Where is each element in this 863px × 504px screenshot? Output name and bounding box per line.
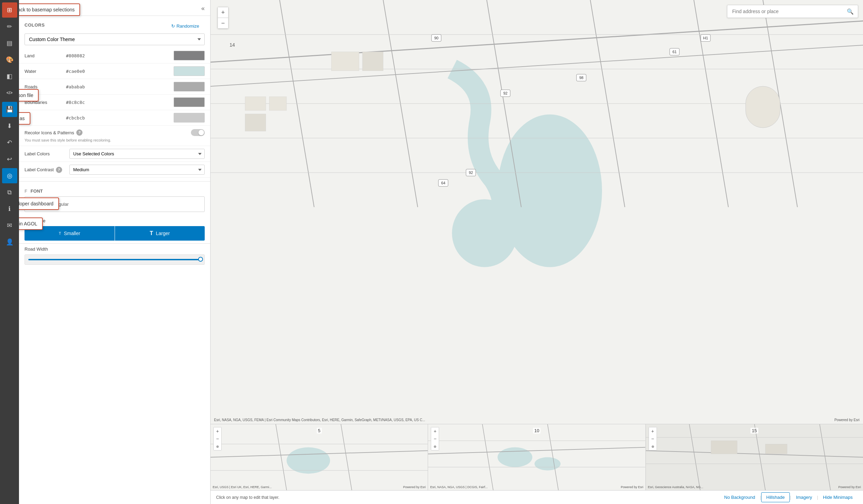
map-container: 90 92 98 61 92 64 H1 14	[211, 0, 863, 504]
user-icon: 👤	[6, 238, 13, 246]
recolor-toggle[interactable]	[191, 129, 205, 136]
smaller-t-icon: T	[59, 231, 61, 235]
toolbar-palette-btn[interactable]: 🎨	[2, 52, 17, 67]
label-contrast-title: Label Contrast ?	[25, 167, 69, 173]
toolbar-home-btn[interactable]: ⊞	[2, 2, 17, 18]
randomize-label: Randomize	[176, 23, 199, 29]
save-icon: 💾	[6, 106, 13, 113]
land-swatch[interactable]	[174, 51, 205, 60]
mini-map-1-number: 5	[317, 428, 322, 434]
hide-minimaps-btn[interactable]: Hide Minimaps	[818, 493, 857, 502]
toolbar-mail-btn[interactable]: ✉	[2, 218, 17, 233]
search-icon[interactable]: 🔍	[843, 8, 858, 15]
mini-map-1[interactable]: + − ⊕ 5 Esri, USGS | Esri UK, Esri, HERE…	[211, 424, 428, 490]
mini-zoom-in-2[interactable]: +	[431, 427, 439, 435]
svg-rect-35	[362, 52, 383, 71]
randomize-btn[interactable]: ↻ Randomize	[166, 19, 205, 31]
imagery-btn[interactable]: Imagery	[791, 493, 817, 502]
hillshade-btn[interactable]: Hillshade	[761, 492, 790, 502]
size-buttons: T Smaller T Larger	[25, 226, 205, 241]
layers-icon: ▤	[7, 39, 12, 47]
mini-zoom-fit-1[interactable]: ⊕	[214, 443, 221, 450]
bottom-bar-right: No Background | Hillshade | Imagery | Hi…	[719, 492, 857, 502]
mini-map-3-attr: Esri, Geoscience Australia, NASA, NG...	[648, 485, 704, 489]
color-row-water: Water #cae0e0	[19, 64, 210, 79]
mini-zoom-fit-2[interactable]: ⊕	[431, 443, 439, 450]
toolbar-save-btn[interactable]: 💾	[2, 102, 17, 117]
mini-map-1-powered: Powered by Esri	[403, 485, 426, 489]
svg-rect-36	[746, 86, 780, 128]
mini-map-2-attr: Esri, NASA, NGA, USGS | DCGIS, Fairf...	[430, 485, 487, 489]
svg-rect-31	[245, 97, 266, 110]
toolbar-download-btn[interactable]: ⬇	[2, 118, 17, 134]
svg-text:92: 92	[503, 91, 507, 95]
color-row-5: #cbcbcb	[19, 110, 210, 126]
mini-map-1-attr: Esri, USGS | Esri UK, Esri, HERE, Garmi.…	[213, 485, 272, 489]
palette-icon: 🎨	[6, 56, 13, 64]
toolbar-undo-btn[interactable]: ↶	[2, 135, 17, 150]
mini-zoom-out-1[interactable]: −	[214, 435, 221, 443]
toolbar-edit-btn[interactable]: ✏	[2, 19, 17, 34]
toolbar-layers-btn[interactable]: ▤	[2, 36, 17, 51]
info-icon: ℹ	[8, 205, 11, 213]
toolbar-hook-btn[interactable]: ↩	[2, 152, 17, 167]
zoom-out-btn[interactable]: −	[218, 18, 228, 28]
label-size-section: Label Size T Smaller T Larger	[19, 215, 210, 243]
color5-swatch[interactable]	[174, 113, 205, 123]
recolor-help-icon[interactable]: ?	[76, 129, 83, 136]
label-contrast-help-icon[interactable]: ?	[56, 167, 62, 173]
label-colors-title: Label Colors	[25, 151, 69, 156]
font-label-prefix: F	[25, 188, 27, 194]
main-map[interactable]: 90 92 98 61 92 64 H1 14	[211, 0, 863, 424]
water-swatch[interactable]	[174, 66, 205, 76]
panel-collapse-btn[interactable]: «	[201, 5, 205, 12]
svg-text:90: 90	[434, 36, 438, 40]
label-contrast-select[interactable]: Low Medium High	[69, 165, 205, 175]
svg-text:61: 61	[672, 50, 677, 54]
code-icon: </>	[7, 90, 12, 95]
mini-zoom-out-2[interactable]: −	[431, 435, 439, 443]
recolor-row: Recolor Icons & Patterns ? You must save…	[19, 126, 210, 146]
font-section-title: F Font	[25, 188, 205, 194]
mini-zoom-fit-3[interactable]: ⊕	[649, 443, 657, 450]
toolbar-analytics-btn[interactable]: ◎	[2, 168, 17, 183]
larger-btn[interactable]: T Larger	[115, 226, 205, 241]
slider-track	[28, 259, 201, 260]
mini-zoom-out-3[interactable]: −	[649, 435, 657, 443]
widgets-icon: ◧	[7, 72, 12, 80]
colors-section-header: Colors ↻ Randomize	[19, 16, 210, 33]
boundaries-swatch[interactable]	[174, 97, 205, 107]
toolbar-user-btn[interactable]: 👤	[2, 234, 17, 250]
analytics-icon: ◎	[7, 172, 12, 180]
color-row-land: Land #808082	[19, 48, 210, 64]
toolbar-info-btn[interactable]: ℹ	[2, 201, 17, 216]
mini-zoom-in-3[interactable]: +	[649, 427, 657, 435]
roads-label: Roads	[25, 84, 66, 89]
zoom-in-btn[interactable]: +	[218, 7, 228, 18]
toolbar-external-btn[interactable]: ⧉	[2, 185, 17, 200]
search-input[interactable]	[727, 5, 843, 18]
mail-icon: ✉	[7, 222, 12, 229]
color-theme-select[interactable]: Custom Color Theme Light Dark Natural	[25, 33, 205, 45]
recolor-title-row: Recolor Icons & Patterns ?	[25, 129, 205, 136]
mini-map-3[interactable]: + − ⊕ 15 Esri, Geoscience Australia, NAS…	[646, 424, 863, 490]
mini-map-2[interactable]: + − ⊕ 10 Esri, NASA, NGA, USGS | DCGIS, …	[428, 424, 646, 490]
mini-map-2-number: 10	[533, 428, 541, 434]
download-icon: ⬇	[7, 122, 12, 130]
toggle-knob	[198, 130, 204, 135]
undo-icon: ↶	[7, 139, 12, 146]
toolbar-code-btn[interactable]: </>	[2, 85, 17, 100]
mini-zoom-in-1[interactable]: +	[214, 427, 221, 435]
no-background-btn[interactable]: No Background	[719, 493, 760, 502]
toolbar-widgets-btn[interactable]: ◧	[2, 69, 17, 84]
svg-rect-44	[428, 424, 645, 490]
water-label: Water	[25, 69, 66, 74]
color-row-roads: Roads #ababab	[19, 79, 210, 95]
section-divider	[19, 181, 210, 182]
svg-text:98: 98	[579, 76, 583, 80]
svg-text:H1: H1	[703, 36, 708, 40]
save-as-tooltip: Save as	[19, 112, 30, 125]
roads-swatch[interactable]	[174, 82, 205, 91]
label-colors-select[interactable]: Use Selected Colors Dark Light	[69, 149, 205, 159]
road-width-slider[interactable]	[25, 254, 205, 265]
